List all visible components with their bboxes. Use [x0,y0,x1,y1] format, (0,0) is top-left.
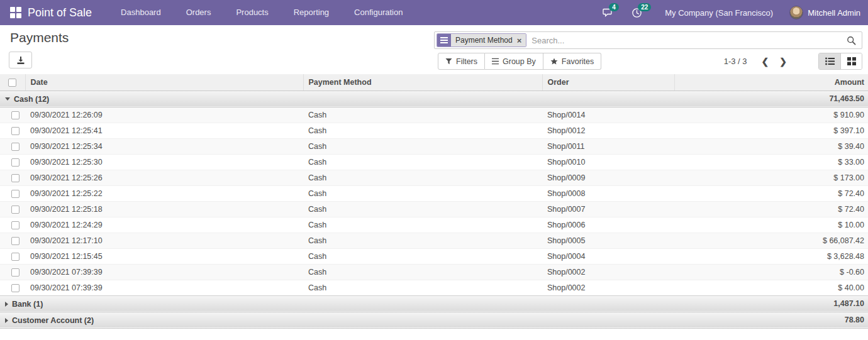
page-title: Payments [10,30,69,45]
download-icon [16,56,25,65]
nav-item-configuration[interactable]: Configuration [342,0,415,25]
table-row[interactable]: 09/30/2021 07:39:39CashShop/0002$ 40.00 [0,280,868,295]
row-checkbox[interactable] [11,190,19,198]
table-row[interactable]: 09/30/2021 12:25:18CashShop/0007$ 72.40 [0,201,868,217]
cell-amount: $ 10.00 [674,217,868,233]
cell-payment-method: Cash [303,170,542,185]
filters-button[interactable]: Filters [438,53,485,70]
cell-order: Shop/0010 [542,154,674,170]
cell-payment-method: Cash [303,138,542,154]
list-view-button[interactable] [819,53,840,69]
table-row[interactable]: 09/30/2021 12:25:34CashShop/0011$ 39.40 [0,138,868,154]
pager-previous-icon[interactable]: ❮ [759,57,772,67]
group-row[interactable]: Customer Account (2)78.80 [0,312,868,328]
cell-order: Shop/0002 [542,264,674,280]
cell-date: 09/30/2021 12:25:22 [25,185,303,201]
kanban-view-button[interactable] [840,53,862,69]
facet-label: Payment Method [455,36,513,45]
apps-grid-icon[interactable] [10,7,21,18]
row-checkbox[interactable] [11,143,19,151]
view-switcher [818,53,862,70]
row-checkbox[interactable] [11,237,19,245]
payments-table: Date Payment Method Order Amount Cash (1… [0,74,868,329]
row-checkbox[interactable] [11,127,19,135]
nav-menu: DashboardOrdersProductsReportingConfigur… [108,0,415,25]
cell-amount: $ 40.00 [674,280,868,295]
table-row[interactable]: 09/30/2021 12:25:30CashShop/0010$ 33.00 [0,154,868,170]
cell-order: Shop/0006 [542,217,674,233]
cell-date: 09/30/2021 07:39:39 [25,264,303,280]
user-menu[interactable]: Mitchell Admin [789,6,860,19]
cell-date: 09/30/2021 12:25:34 [25,138,303,154]
cell-order: Shop/0002 [542,280,674,295]
column-header-amount[interactable]: Amount [674,74,868,90]
company-switcher[interactable]: My Company (San Francisco) [665,8,773,18]
table-row[interactable]: 09/30/2021 12:24:29CashShop/0006$ 10.00 [0,217,868,233]
search-icon[interactable] [847,36,856,45]
row-checkbox[interactable] [11,206,19,214]
facet-remove-icon[interactable]: × [517,36,522,45]
cell-amount: $ 33.00 [674,154,868,170]
app-brand[interactable]: Point of Sale [28,6,92,19]
table-row[interactable]: 09/30/2021 12:25:41CashShop/0012$ 397.10 [0,123,868,138]
filter-icon [445,58,452,65]
nav-item-orders[interactable]: Orders [174,0,224,25]
search-bar: Payment Method × [434,31,862,49]
caret-right-icon [5,318,8,323]
search-input[interactable] [526,36,847,45]
cell-payment-method: Cash [303,107,542,123]
table-row[interactable]: 09/30/2021 12:15:45CashShop/0004$ 3,628.… [0,248,868,264]
cell-order: Shop/0011 [542,138,674,154]
table-row[interactable]: 09/30/2021 12:17:10CashShop/0005$ 66,087… [0,233,868,248]
cell-amount: $ -0.60 [674,264,868,280]
search-facet[interactable]: Payment Method × [437,33,526,47]
payments-table-body: Cash (12)71,463.5009/30/2021 12:26:09Cas… [0,90,868,328]
row-checkbox[interactable] [11,221,19,229]
group-total: 71,463.50 [674,90,868,107]
nav-item-reporting[interactable]: Reporting [281,0,342,25]
group-row[interactable]: Cash (12)71,463.50 [0,90,868,107]
nav-item-products[interactable]: Products [223,0,281,25]
kanban-icon [847,57,856,65]
row-checkbox[interactable] [11,268,19,277]
export-button[interactable] [9,52,32,69]
cell-date: 09/30/2021 12:15:45 [25,248,303,264]
favorites-button[interactable]: Favorites [543,53,601,70]
cell-payment-method: Cash [303,185,542,201]
pager-next-icon[interactable]: ❯ [777,57,789,67]
column-header-date[interactable]: Date [25,74,303,90]
activities-menu[interactable]: 22 [632,8,642,18]
table-row[interactable]: 09/30/2021 07:39:39CashShop/0002$ -0.60 [0,264,868,280]
group-label: Cash (12) [14,95,49,104]
cell-order: Shop/0009 [542,170,674,185]
column-header-order[interactable]: Order [542,74,674,90]
table-row[interactable]: 09/30/2021 12:26:09CashShop/0014$ 910.90 [0,107,868,123]
group-row[interactable]: Bank (1)1,487.10 [0,295,868,312]
cell-order: Shop/0005 [542,233,674,248]
caret-right-icon [5,302,8,307]
row-checkbox[interactable] [11,174,19,182]
row-checkbox[interactable] [11,111,19,119]
messages-menu[interactable]: 4 [603,8,614,18]
cell-amount: $ 72.40 [674,185,868,201]
user-name: Mitchell Admin [808,8,860,18]
cell-date: 09/30/2021 12:25:18 [25,201,303,217]
cell-amount: $ 72.40 [674,201,868,217]
cell-date: 09/30/2021 12:25:41 [25,123,303,138]
nav-item-dashboard[interactable]: Dashboard [108,0,174,25]
pager-value: 1-3 / 3 [724,57,747,66]
group-by-button[interactable]: Group By [485,53,543,70]
row-checkbox[interactable] [11,253,19,261]
cell-payment-method: Cash [303,280,542,295]
select-all-checkbox[interactable] [8,79,16,87]
cell-payment-method: Cash [303,217,542,233]
column-header-payment-method[interactable]: Payment Method [303,74,542,90]
table-row[interactable]: 09/30/2021 12:25:26CashShop/0009$ 173.00 [0,170,868,185]
row-checkbox[interactable] [11,284,19,292]
search-options: Filters Group By Favorites [438,53,601,70]
group-label: Bank (1) [12,300,43,309]
row-checkbox[interactable] [11,158,19,167]
table-row[interactable]: 09/30/2021 12:25:22CashShop/0008$ 72.40 [0,185,868,201]
cell-payment-method: Cash [303,154,542,170]
cell-amount: $ 3,628.48 [674,248,868,264]
